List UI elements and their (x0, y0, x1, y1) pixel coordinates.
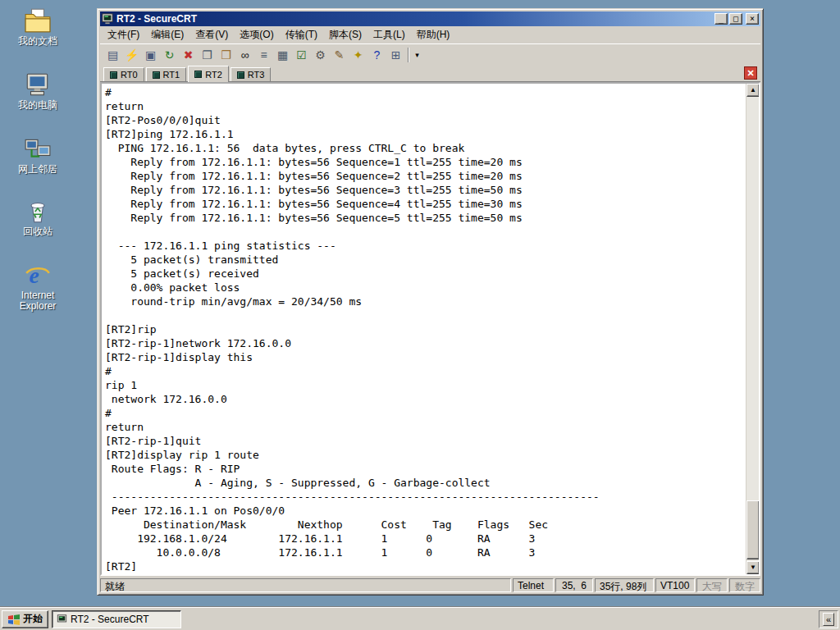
title-bar[interactable]: RT2 - SecureCRT _ □ × (100, 11, 760, 26)
task-button-securecrt[interactable]: RT2 - SecureCRT (52, 610, 181, 628)
desktop-icon-label: 网上邻居 (7, 164, 69, 175)
status-caps-lock: 大写 (696, 578, 728, 592)
terminal-output[interactable]: #return[RT2-Pos0/0/0]quit[RT2]ping 172.1… (102, 84, 746, 574)
close-button[interactable]: × (746, 13, 759, 25)
terminal-line: # (105, 406, 746, 420)
connect-in-tab-icon: ▣ (145, 49, 156, 61)
tab-bar: RT0 RT1 RT2 RT3 ✕ (100, 65, 760, 82)
connect-button[interactable]: ▤ (103, 46, 122, 64)
print-button[interactable]: ≡ (254, 46, 273, 64)
minimize-icon: _ (719, 14, 724, 23)
reconnect-icon: ↻ (165, 49, 175, 61)
close-tab-button[interactable]: ✕ (744, 66, 757, 80)
terminal-line: 10.0.0.0/8 172.16.1.1 1 0 RA 3 (105, 546, 746, 559)
terminal-line: return (105, 420, 746, 434)
menu-script[interactable]: 脚本(S) (323, 26, 368, 43)
status-terminal-size: 35行, 98列 (595, 578, 654, 592)
tile-windows-button[interactable]: ⊞ (386, 46, 405, 64)
minimize-button[interactable]: _ (714, 13, 728, 25)
session-icon (110, 71, 117, 79)
toolbar-overflow-button[interactable]: ▾ (412, 46, 422, 64)
desktop-icon-internet-explorer[interactable]: e Internet Explorer (7, 261, 69, 312)
vertical-scrollbar[interactable]: ▲ ▼ (746, 84, 759, 574)
help-button[interactable]: ? (368, 46, 386, 64)
terminal-line: rip 1 (105, 378, 746, 392)
desktop-icon-label: Internet Explorer (7, 290, 69, 312)
desktop: 我的文档 我的电脑 网上邻居 回收站 e (0, 0, 840, 630)
scrollbar-thumb[interactable] (746, 500, 760, 559)
tab-label: RT1 (163, 70, 180, 80)
start-button[interactable]: 开始 (2, 610, 48, 628)
tile-windows-icon: ⊞ (391, 49, 401, 61)
menu-view[interactable]: 查看(V) (189, 26, 234, 43)
menu-file[interactable]: 文件(F) (102, 26, 145, 43)
copy-button[interactable]: ❐ (198, 46, 217, 64)
terminal-line: # (105, 364, 746, 378)
terminal-line: round-trip min/avg/max = 20/34/50 ms (105, 294, 746, 308)
desktop-icon-network-places[interactable]: 网上邻居 (7, 135, 69, 175)
desktop-icon-my-computer[interactable]: 我的电脑 (7, 71, 69, 111)
terminal-line: Reply from 172.16.1.1: bytes=56 Sequence… (105, 197, 746, 211)
quick-connect-button[interactable]: ⚡ (122, 46, 141, 64)
my-documents-icon (24, 7, 52, 34)
scroll-up-button[interactable]: ▲ (746, 84, 760, 97)
status-ready: 就绪 (100, 578, 511, 592)
tab-rt3[interactable]: RT3 (231, 67, 272, 81)
terminal-area[interactable]: #return[RT2-Pos0/0/0]quit[RT2]ping 172.1… (100, 82, 760, 576)
menu-help[interactable]: 帮助(H) (411, 26, 456, 43)
chevron-left-icon: « (826, 614, 831, 624)
tab-rt1[interactable]: RT1 (146, 67, 187, 81)
terminal-line: PING 172.16.1.1: 56 data bytes, press CT… (105, 141, 746, 155)
securecrt-task-icon (57, 614, 67, 624)
desktop-icon-label: 我的文档 (7, 36, 69, 47)
disconnect-button[interactable]: ✖ (179, 46, 198, 64)
find-button[interactable]: ∞ (235, 46, 254, 64)
menu-edit[interactable]: 编辑(E) (145, 26, 189, 43)
terminal-line: Peer 172.16.1.1 on Pos0/0/0 (105, 504, 746, 518)
menu-tools[interactable]: 工具(L) (368, 26, 411, 43)
status-bar: 就绪 Telnet 35, 6 35行, 98列 VT100 大写 数字 (100, 576, 760, 592)
terminal-line: [RT2] (105, 559, 746, 573)
terminal-line: [RT2-rip-1]quit (105, 434, 746, 448)
terminal-line: Reply from 172.16.1.1: bytes=56 Sequence… (105, 169, 746, 183)
status-num-lock: 数字 (729, 578, 760, 592)
print-preview-icon: ▦ (277, 49, 288, 61)
script-button[interactable]: ✎ (330, 46, 349, 64)
tray-collapse-button[interactable]: « (823, 613, 834, 626)
taskbar: 开始 RT2 - SecureCRT « (0, 607, 840, 630)
maximize-button[interactable]: □ (729, 13, 742, 25)
tab-rt2[interactable]: RT2 (188, 66, 229, 82)
keymap-button[interactable]: ✦ (349, 46, 368, 64)
terminal-line: [RT2]rip (105, 322, 746, 336)
session-options-icon: ☑ (296, 49, 307, 61)
session-options-button[interactable]: ☑ (292, 46, 311, 64)
terminal-line: [RT2]ping 172.16.1.1 (105, 127, 746, 141)
print-preview-button[interactable]: ▦ (273, 46, 292, 64)
system-tray: « (819, 610, 838, 628)
menu-options[interactable]: 选项(O) (234, 26, 279, 43)
toolbar: ▤ ⚡ ▣ ↻ ✖ ❐ ❒ ∞ ≡ ▦ (100, 43, 760, 65)
global-options-icon: ⚙ (315, 49, 326, 61)
tab-rt0[interactable]: RT0 (103, 67, 144, 81)
network-places-icon (24, 135, 52, 162)
status-protocol: Telnet (513, 578, 554, 592)
global-options-button[interactable]: ⚙ (311, 46, 330, 64)
script-icon: ✎ (335, 49, 345, 61)
terminal-line: --- 172.16.1.1 ping statistics --- (105, 239, 746, 253)
terminal-line: [RT2]display rip 1 route (105, 448, 746, 462)
desktop-icon-recycle-bin[interactable]: 回收站 (7, 197, 69, 237)
tab-label: RT2 (205, 70, 222, 80)
menu-transfer[interactable]: 传输(T) (280, 26, 323, 43)
copy-icon: ❐ (202, 49, 212, 61)
chevron-down-icon: ▾ (415, 49, 419, 61)
windows-logo-icon (7, 614, 21, 625)
terminal-line: Reply from 172.16.1.1: bytes=56 Sequence… (105, 183, 746, 197)
paste-button[interactable]: ❒ (217, 46, 235, 64)
connect-in-tab-button[interactable]: ▣ (141, 46, 160, 64)
reconnect-button[interactable]: ↻ (160, 46, 179, 64)
disconnect-icon: ✖ (184, 49, 194, 61)
task-label: RT2 - SecureCRT (71, 614, 149, 625)
desktop-icon-my-documents[interactable]: 我的文档 (7, 7, 69, 47)
scroll-down-button[interactable]: ▼ (746, 561, 760, 574)
status-emulation: VT100 (655, 578, 695, 592)
